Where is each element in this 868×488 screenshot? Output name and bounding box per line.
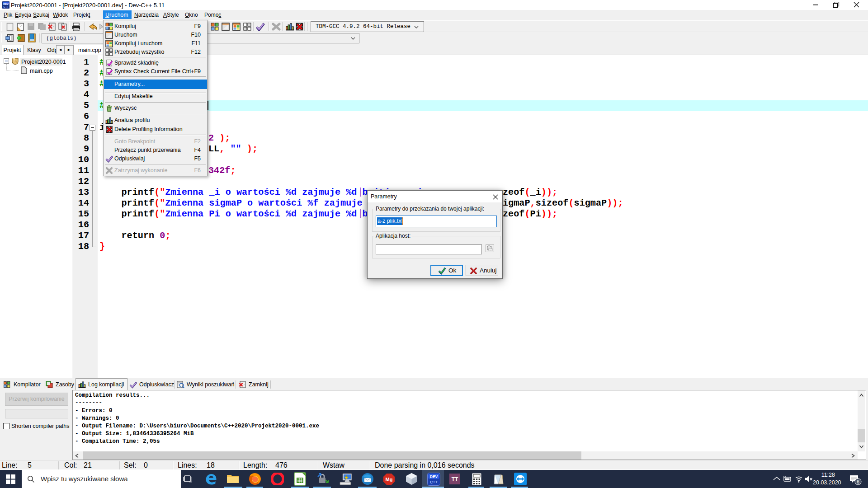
svg-text:C++: C++ — [3, 5, 9, 8]
svg-text:DEV: DEV — [430, 474, 438, 479]
svg-text:Mg: Mg — [386, 477, 393, 482]
svg-text:TT: TT — [452, 476, 458, 483]
svg-text:C++: C++ — [430, 480, 438, 484]
svg-text:DEV: DEV — [3, 3, 9, 5]
svg-text:6: 6 — [857, 479, 859, 484]
